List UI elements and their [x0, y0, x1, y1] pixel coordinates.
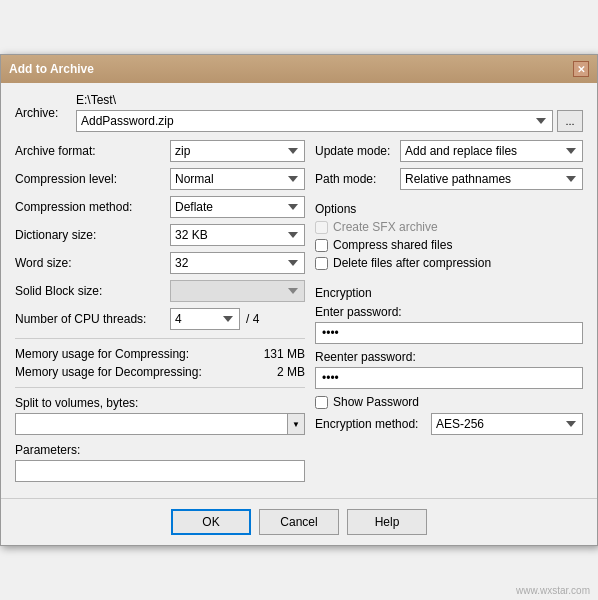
title-bar: Add to Archive ✕ — [1, 55, 597, 83]
archive-select-row: AddPassword.zip ... — [76, 110, 583, 132]
solid-label: Solid Block size: — [15, 284, 170, 298]
format-label: Archive format: — [15, 144, 170, 158]
mem-compress-label: Memory usage for Compressing: — [15, 347, 189, 361]
compression-control: Normal Store Maximum — [170, 168, 305, 190]
encryption-group: Encryption Enter password: Reenter passw… — [315, 286, 583, 435]
word-select[interactable]: 32 64 128 — [170, 252, 305, 274]
update-mode-row: Update mode: Add and replace files Updat… — [315, 140, 583, 162]
reenter-label: Reenter password: — [315, 350, 583, 364]
main-window: Add to Archive ✕ Archive: E:\Test\ AddPa… — [0, 54, 598, 546]
format-row: Archive format: zip 7z tar — [15, 140, 305, 162]
solid-select[interactable] — [170, 280, 305, 302]
method-label: Compression method: — [15, 200, 170, 214]
mem-compress-row: Memory usage for Compressing: 131 MB — [15, 347, 305, 361]
cpu-of: / 4 — [246, 312, 259, 326]
dict-control: 32 KB 16 KB 64 KB — [170, 224, 305, 246]
dict-row: Dictionary size: 32 KB 16 KB 64 KB — [15, 224, 305, 246]
params-input[interactable] — [15, 460, 305, 482]
compression-select[interactable]: Normal Store Maximum — [170, 168, 305, 190]
archive-label: Archive: — [15, 106, 70, 120]
word-row: Word size: 32 64 128 — [15, 252, 305, 274]
vol-input[interactable] — [15, 413, 287, 435]
vol-label: Split to volumes, bytes: — [15, 396, 305, 410]
enc-method-select[interactable]: AES-256 ZipCrypto — [431, 413, 583, 435]
archive-filename-select[interactable]: AddPassword.zip — [76, 110, 553, 132]
path-label: Path mode: — [315, 172, 400, 186]
enc-method-row: Encryption method: AES-256 ZipCrypto — [315, 413, 583, 435]
show-password-label: Show Password — [333, 395, 419, 409]
word-control: 32 64 128 — [170, 252, 305, 274]
method-select[interactable]: Deflate Deflate64 BZip2 — [170, 196, 305, 218]
mem-decompress-value: 2 MB — [277, 365, 305, 379]
shared-checkbox[interactable] — [315, 239, 328, 252]
sfx-checkbox[interactable] — [315, 221, 328, 234]
dialog-content: Archive: E:\Test\ AddPassword.zip ... Ar… — [1, 83, 597, 492]
delete-checkbox[interactable] — [315, 257, 328, 270]
format-select[interactable]: zip 7z tar — [170, 140, 305, 162]
method-control: Deflate Deflate64 BZip2 — [170, 196, 305, 218]
update-label: Update mode: — [315, 144, 400, 158]
vol-input-row: ▼ — [15, 413, 305, 435]
enc-method-label: Encryption method: — [315, 417, 425, 431]
shared-row: Compress shared files — [315, 238, 583, 252]
sfx-row: Create SFX archive — [315, 220, 583, 234]
show-password-row: Show Password — [315, 395, 583, 409]
update-select[interactable]: Add and replace files Update and add fil… — [400, 140, 583, 162]
cpu-label: Number of CPU threads: — [15, 312, 170, 326]
compression-label: Compression level: — [15, 172, 170, 186]
close-button[interactable]: ✕ — [573, 61, 589, 77]
word-label: Word size: — [15, 256, 170, 270]
compression-row: Compression level: Normal Store Maximum — [15, 168, 305, 190]
shared-label: Compress shared files — [333, 238, 452, 252]
dict-select[interactable]: 32 KB 16 KB 64 KB — [170, 224, 305, 246]
main-area: Archive format: zip 7z tar Compression l… — [15, 140, 583, 482]
encryption-title: Encryption — [315, 286, 583, 300]
format-control: zip 7z tar — [170, 140, 305, 162]
divider2 — [15, 387, 305, 388]
path-select[interactable]: Relative pathnames Full pathnames Absolu… — [400, 168, 583, 190]
sfx-label: Create SFX archive — [333, 220, 438, 234]
footer: OK Cancel Help — [1, 498, 597, 545]
archive-row: Archive: E:\Test\ AddPassword.zip ... — [15, 93, 583, 132]
watermark: www.wxstar.com — [516, 585, 590, 596]
mem-decompress-row: Memory usage for Decompressing: 2 MB — [15, 365, 305, 379]
method-row: Compression method: Deflate Deflate64 BZ… — [15, 196, 305, 218]
mem-compress-value: 131 MB — [264, 347, 305, 361]
delete-row: Delete files after compression — [315, 256, 583, 270]
divider — [15, 338, 305, 339]
window-title: Add to Archive — [9, 62, 94, 76]
vol-dropdown-btn[interactable]: ▼ — [287, 413, 305, 435]
delete-label: Delete files after compression — [333, 256, 491, 270]
help-button[interactable]: Help — [347, 509, 427, 535]
password-label: Enter password: — [315, 305, 583, 319]
right-column: Update mode: Add and replace files Updat… — [315, 140, 583, 482]
path-mode-row: Path mode: Relative pathnames Full pathn… — [315, 168, 583, 190]
left-column: Archive format: zip 7z tar Compression l… — [15, 140, 305, 482]
reenter-input[interactable] — [315, 367, 583, 389]
ok-button[interactable]: OK — [171, 509, 251, 535]
cpu-row: Number of CPU threads: 4 1 2 / 4 — [15, 308, 305, 330]
options-group: Options Create SFX archive Compress shar… — [315, 196, 583, 280]
dict-label: Dictionary size: — [15, 228, 170, 242]
cancel-button[interactable]: Cancel — [259, 509, 339, 535]
close-icon: ✕ — [577, 64, 585, 75]
mem-decompress-label: Memory usage for Decompressing: — [15, 365, 202, 379]
show-password-checkbox[interactable] — [315, 396, 328, 409]
solid-row: Solid Block size: — [15, 280, 305, 302]
options-title: Options — [315, 202, 583, 216]
cpu-select[interactable]: 4 1 2 — [170, 308, 240, 330]
solid-control — [170, 280, 305, 302]
browse-button[interactable]: ... — [557, 110, 583, 132]
archive-path: E:\Test\ — [76, 93, 583, 107]
params-label: Parameters: — [15, 443, 305, 457]
password-input[interactable] — [315, 322, 583, 344]
archive-path-col: E:\Test\ AddPassword.zip ... — [76, 93, 583, 132]
